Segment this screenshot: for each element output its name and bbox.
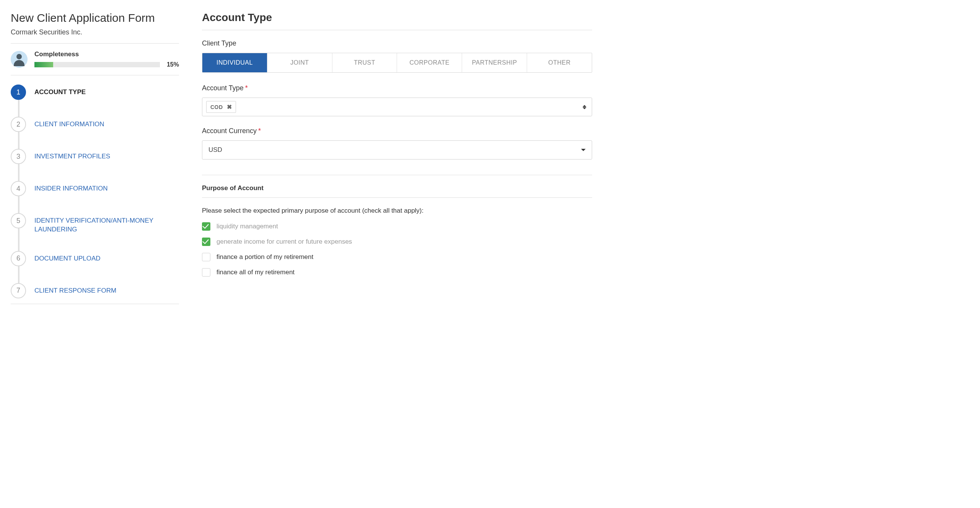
step-connector: [18, 266, 20, 283]
step-label: CLIENT INFORMATION: [34, 117, 104, 129]
account-type-multiselect[interactable]: COD✖: [202, 98, 592, 116]
section-title: Account Type: [202, 11, 592, 24]
account-type-label-text: Account Type: [202, 84, 244, 92]
step-label: INSIDER INFORMATION: [34, 181, 107, 193]
step-label: IDENTITY VERIFICATION/ANTI-MONEY LAUNDER…: [34, 213, 179, 234]
step-item[interactable]: 7CLIENT RESPONSE FORM: [11, 283, 179, 304]
account-currency-label: Account Currency*: [202, 127, 592, 135]
purpose-option: finance a portion of my retirement: [202, 253, 592, 261]
step-label: INVESTMENT PROFILES: [34, 149, 110, 161]
step-item[interactable]: 4INSIDER INFORMATION: [11, 181, 179, 213]
client-type-option[interactable]: INDIVIDUAL: [202, 53, 267, 72]
completeness-label: Completeness: [34, 50, 179, 58]
purpose-checkbox-list: liquidity managementgenerate income for …: [202, 222, 592, 277]
purpose-option-label: finance a portion of my retirement: [217, 253, 313, 261]
step-number: 5: [11, 213, 26, 228]
divider: [11, 75, 179, 75]
step-connector: [18, 164, 20, 181]
chevron-down-icon: [581, 149, 586, 151]
required-asterisk: *: [245, 84, 248, 92]
step-connector: [18, 132, 20, 149]
progress-fill: [34, 62, 53, 67]
client-type-option[interactable]: OTHER: [527, 53, 592, 72]
purpose-option: liquidity management: [202, 222, 592, 231]
account-currency-label-text: Account Currency: [202, 127, 257, 135]
main-panel: Account Type Client Type INDIVIDUALJOINT…: [202, 11, 592, 304]
client-type-option[interactable]: JOINT: [267, 53, 332, 72]
required-asterisk: *: [258, 127, 261, 135]
avatar-icon: [11, 51, 28, 68]
client-type-label: Client Type: [202, 39, 592, 47]
account-currency-select[interactable]: USD: [202, 140, 592, 160]
client-type-option[interactable]: TRUST: [332, 53, 397, 72]
step-label: DOCUMENT UPLOAD: [34, 251, 101, 263]
purpose-option-label: liquidity management: [217, 223, 278, 230]
step-item[interactable]: 3INVESTMENT PROFILES: [11, 149, 179, 181]
close-icon[interactable]: ✖: [227, 103, 232, 111]
account-type-tag: COD✖: [206, 101, 236, 113]
purpose-option-label: generate income for current or future ex…: [217, 238, 352, 246]
step-label: ACCOUNT TYPE: [34, 85, 86, 97]
step-number: 3: [11, 149, 26, 164]
step-item[interactable]: 1ACCOUNT TYPE: [11, 85, 179, 117]
tag-label: COD: [210, 104, 223, 110]
account-currency-value: USD: [208, 146, 222, 153]
step-item[interactable]: 6DOCUMENT UPLOAD: [11, 251, 179, 283]
checkbox[interactable]: [202, 253, 210, 261]
divider: [202, 175, 592, 175]
client-type-option[interactable]: PARTNERSHIP: [462, 53, 527, 72]
step-item[interactable]: 5IDENTITY VERIFICATION/ANTI-MONEY LAUNDE…: [11, 213, 179, 251]
checkbox[interactable]: [202, 222, 210, 231]
divider: [11, 304, 179, 304]
checkbox[interactable]: [202, 238, 210, 246]
steps-list: 1ACCOUNT TYPE2CLIENT INFORMATION3INVESTM…: [11, 85, 179, 304]
divider: [202, 30, 592, 30]
step-number: 2: [11, 117, 26, 132]
step-connector: [18, 228, 20, 251]
progress-percent: 15%: [167, 61, 179, 68]
divider: [202, 197, 592, 198]
step-connector: [18, 196, 20, 213]
step-connector: [18, 100, 20, 117]
completeness-row: Completeness 15%: [11, 44, 179, 75]
step-number: 1: [11, 85, 26, 100]
purpose-option: finance all of my retirement: [202, 268, 592, 277]
step-number: 7: [11, 283, 26, 298]
page-title: New Client Application Form: [11, 11, 179, 24]
step-label: CLIENT RESPONSE FORM: [34, 283, 116, 295]
purpose-prompt: Please select the expected primary purpo…: [202, 207, 592, 215]
account-type-label: Account Type*: [202, 84, 592, 92]
checkbox[interactable]: [202, 268, 210, 277]
purpose-option-label: finance all of my retirement: [217, 269, 295, 276]
step-number: 6: [11, 251, 26, 266]
client-type-option[interactable]: CORPORATE: [397, 53, 462, 72]
company-name: Cormark Securities Inc.: [11, 28, 179, 36]
sort-icon: [583, 105, 586, 109]
client-type-label-text: Client Type: [202, 39, 236, 47]
purpose-title: Purpose of Account: [202, 184, 592, 192]
sidebar: New Client Application Form Cormark Secu…: [11, 11, 179, 304]
progress-bar: [34, 62, 160, 67]
step-number: 4: [11, 181, 26, 196]
client-type-segmented: INDIVIDUALJOINTTRUSTCORPORATEPARTNERSHIP…: [202, 53, 592, 73]
purpose-option: generate income for current or future ex…: [202, 238, 592, 246]
step-item[interactable]: 2CLIENT INFORMATION: [11, 117, 179, 149]
